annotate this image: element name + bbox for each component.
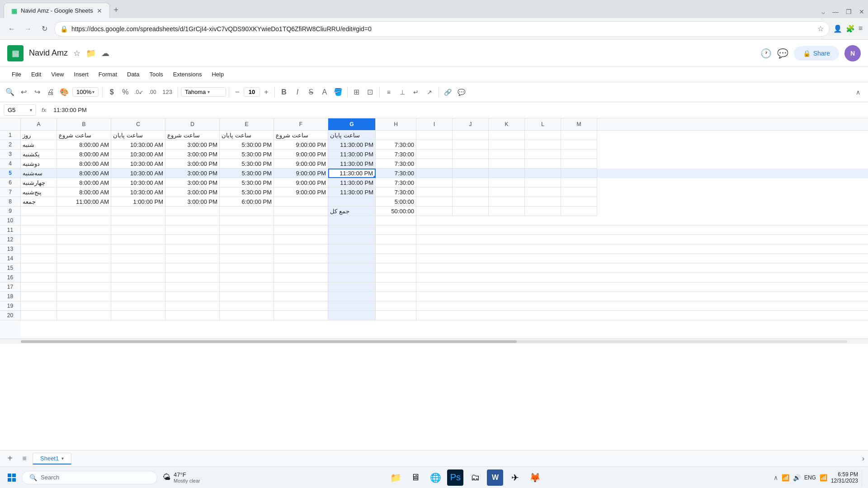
- cell-k6[interactable]: [489, 178, 525, 188]
- insert-link-button[interactable]: 🔗: [442, 86, 454, 99]
- cell-e1[interactable]: ساعت پایان: [220, 131, 274, 140]
- cell-c8[interactable]: 1:00:00 PM: [111, 197, 165, 206]
- cloud-icon[interactable]: ☁: [101, 48, 109, 58]
- cell-a10[interactable]: [21, 216, 57, 225]
- cell-l6[interactable]: [525, 178, 561, 188]
- cell-b3[interactable]: 8:00:00 AM: [57, 150, 111, 159]
- history-icon[interactable]: 🕐: [760, 48, 772, 59]
- taskbar-app-photoshop[interactable]: Ps: [447, 469, 463, 486]
- text-color-button[interactable]: A: [318, 86, 331, 99]
- cell-k1[interactable]: [489, 131, 525, 140]
- percent-button[interactable]: %: [119, 86, 132, 99]
- fill-handle[interactable]: [373, 176, 376, 178]
- taskbar-app-word[interactable]: W: [487, 469, 503, 486]
- cell-d8[interactable]: 3:00:00 PM: [165, 197, 220, 206]
- cell-c2[interactable]: 10:30:00 AM: [111, 140, 165, 150]
- cell-k2[interactable]: [489, 140, 525, 150]
- cell-b2[interactable]: 8:00:00 AM: [57, 140, 111, 150]
- cell-d5[interactable]: 3:00:00 PM: [165, 169, 220, 178]
- cell-c4[interactable]: 10:30:00 AM: [111, 159, 165, 169]
- col-header-l[interactable]: L: [525, 118, 561, 130]
- browser-tab-active[interactable]: ▦ Navid Amz - Google Sheets ✕: [4, 3, 110, 18]
- row-num-5[interactable]: 5: [0, 169, 21, 178]
- tab-close-icon[interactable]: ✕: [97, 7, 102, 14]
- align-button[interactable]: ≡: [382, 86, 395, 99]
- taskbar-app-telegram[interactable]: ✈: [507, 469, 523, 486]
- cell-j6[interactable]: [453, 178, 489, 188]
- cell-j7[interactable]: [453, 188, 489, 197]
- cell-d10[interactable]: [165, 216, 220, 225]
- taskbar-show-desktop[interactable]: [862, 469, 864, 486]
- cell-l1[interactable]: [525, 131, 561, 140]
- cell-g4[interactable]: 11:30:00 PM: [328, 159, 376, 169]
- chat-icon[interactable]: 💬: [777, 48, 788, 59]
- taskbar-app-chrome[interactable]: 🌐: [427, 469, 443, 486]
- cell-h2[interactable]: 7:30:00: [376, 140, 416, 150]
- cell-g8[interactable]: [328, 197, 376, 206]
- cell-d9[interactable]: [165, 206, 220, 216]
- menu-item-tools[interactable]: Tools: [145, 69, 167, 80]
- cell-k8[interactable]: [489, 197, 525, 206]
- row-num-8[interactable]: 8: [0, 197, 21, 206]
- cell-a2[interactable]: شنبه: [21, 140, 57, 150]
- cell-c1[interactable]: ساعت پایان: [111, 131, 165, 140]
- row-num-11[interactable]: 11: [0, 225, 21, 235]
- row-num-2[interactable]: 2: [0, 140, 21, 150]
- cell-m3[interactable]: [561, 150, 597, 159]
- col-header-a[interactable]: A: [21, 118, 57, 130]
- col-header-e[interactable]: E: [220, 118, 274, 130]
- cell-g6[interactable]: 11:30:00 PM: [328, 178, 376, 188]
- start-button[interactable]: [4, 469, 20, 486]
- cell-h3[interactable]: 7:30:00: [376, 150, 416, 159]
- bookmark-icon[interactable]: ☆: [817, 24, 824, 33]
- merge-button[interactable]: ⊡: [364, 86, 377, 99]
- avatar[interactable]: N: [844, 45, 861, 61]
- cell-g9[interactable]: جمع کل: [328, 206, 376, 216]
- back-button[interactable]: ←: [5, 23, 18, 35]
- col-header-h[interactable]: H: [376, 118, 416, 130]
- cell-f10[interactable]: [274, 216, 328, 225]
- col-header-b[interactable]: B: [57, 118, 111, 130]
- cell-l9[interactable]: [525, 206, 561, 216]
- cell-a9[interactable]: [21, 206, 57, 216]
- cell-j1[interactable]: [453, 131, 489, 140]
- col-header-m[interactable]: M: [561, 118, 597, 130]
- menu-item-insert[interactable]: Insert: [69, 69, 93, 80]
- cell-c5[interactable]: 10:30:00 AM: [111, 169, 165, 178]
- wifi-icon[interactable]: 📶: [820, 474, 827, 481]
- cell-h7[interactable]: 7:30:00: [376, 188, 416, 197]
- menu-item-view[interactable]: View: [47, 69, 68, 80]
- cell-a1[interactable]: روز: [21, 131, 57, 140]
- cell-g5-active[interactable]: 11:30:00 PM: [328, 169, 376, 178]
- cell-j4[interactable]: [453, 159, 489, 169]
- minimize-icon[interactable]: —: [832, 8, 839, 15]
- col-header-g[interactable]: G: [328, 118, 376, 130]
- menu-item-edit[interactable]: Edit: [27, 69, 46, 80]
- italic-button[interactable]: I: [291, 86, 304, 99]
- row-num-18[interactable]: 18: [0, 292, 21, 301]
- cell-a8[interactable]: جمعه: [21, 197, 57, 206]
- sheets-scroll-right[interactable]: ›: [862, 455, 864, 463]
- cell-j9[interactable]: [453, 206, 489, 216]
- row-num-4[interactable]: 4: [0, 159, 21, 169]
- row-num-12[interactable]: 12: [0, 235, 21, 244]
- maximize-icon[interactable]: ❐: [846, 8, 852, 15]
- taskbar-search[interactable]: 🔍 Search: [22, 471, 157, 484]
- cell-i9[interactable]: [416, 206, 453, 216]
- cell-m4[interactable]: [561, 159, 597, 169]
- cell-e2[interactable]: 5:30:00 PM: [220, 140, 274, 150]
- cell-b4[interactable]: 8:00:00 AM: [57, 159, 111, 169]
- cell-j5[interactable]: [453, 169, 489, 178]
- cell-m1[interactable]: [561, 131, 597, 140]
- col-header-i[interactable]: I: [416, 118, 453, 130]
- taskbar-app-firefox[interactable]: 🦊: [527, 469, 543, 486]
- cell-e5[interactable]: 5:30:00 PM: [220, 169, 274, 178]
- cell-f6[interactable]: 9:00:00 PM: [274, 178, 328, 188]
- redo-button[interactable]: ↪: [31, 86, 43, 99]
- paint-format-button[interactable]: 🎨: [58, 86, 71, 99]
- increase-decimal-button[interactable]: .00: [146, 86, 159, 99]
- valign-button[interactable]: ⊥: [396, 86, 409, 99]
- cell-k5[interactable]: [489, 169, 525, 178]
- row-num-1[interactable]: 1: [0, 131, 21, 140]
- cell-e10[interactable]: [220, 216, 274, 225]
